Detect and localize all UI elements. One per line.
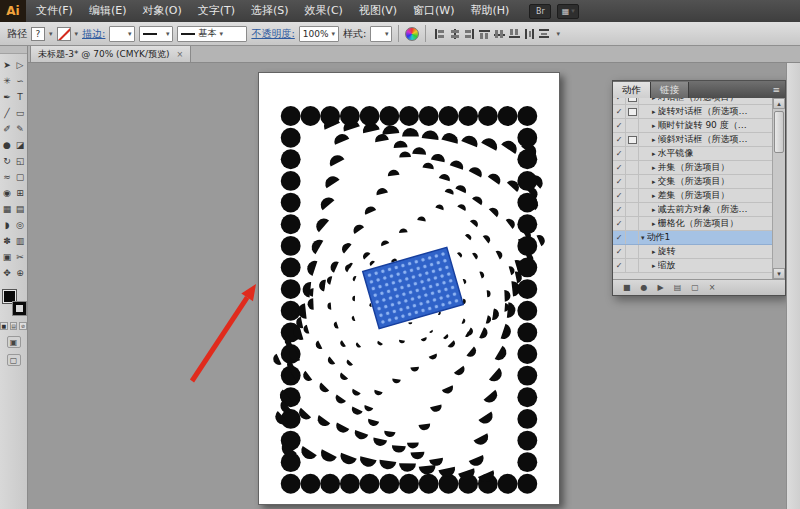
symbol-sprayer-tool[interactable]: ✽: [1, 233, 14, 249]
lasso-tool[interactable]: ∽: [14, 73, 27, 89]
blend-tool[interactable]: ◎: [14, 217, 27, 233]
action-row[interactable]: ✓▾动作1: [613, 231, 772, 245]
action-dialog-toggle[interactable]: [626, 231, 639, 244]
action-dialog-toggle[interactable]: [626, 133, 639, 146]
fill-caret-icon[interactable]: ▾: [49, 30, 53, 38]
recolor-artwork-icon[interactable]: [405, 27, 419, 41]
action-row[interactable]: ✓▸差集（所选项目）: [613, 189, 772, 203]
action-expand-icon[interactable]: ▸: [652, 122, 656, 130]
actions-scrollbar[interactable]: ▴ ▾: [772, 98, 785, 279]
action-expand-icon[interactable]: ▸: [652, 178, 656, 186]
eyedropper-tool[interactable]: ◗: [1, 217, 14, 233]
stroke-panel-link[interactable]: 描边:: [82, 27, 105, 41]
menu-item-0[interactable]: 文件(F): [28, 0, 81, 22]
align-bottom-icon[interactable]: [508, 28, 521, 40]
action-dialog-toggle[interactable]: [626, 119, 639, 132]
blue-shape-group[interactable]: [363, 247, 463, 328]
record-icon[interactable]: ●: [641, 284, 648, 292]
tab-actions[interactable]: 动作: [613, 82, 651, 98]
distribute-hcenter-icon[interactable]: [523, 28, 536, 40]
stroke-swatch[interactable]: [13, 302, 26, 315]
action-expand-icon[interactable]: ▸: [652, 150, 656, 158]
action-row[interactable]: ✓▸水平镜像: [613, 147, 772, 161]
action-expand-icon[interactable]: ▸: [652, 206, 656, 214]
action-row[interactable]: ✓▸栅格化（所选项目）: [613, 217, 772, 231]
width-tool[interactable]: ≈: [1, 169, 14, 185]
action-expand-icon[interactable]: ▸: [652, 248, 656, 256]
menu-item-8[interactable]: 帮助(H): [462, 0, 517, 22]
action-check-icon[interactable]: ✓: [613, 175, 626, 188]
action-check-icon[interactable]: ✓: [613, 203, 626, 216]
gradient-button[interactable]: ▤: [10, 322, 18, 330]
action-expand-icon[interactable]: ▸: [652, 220, 656, 228]
gradient-tool[interactable]: ▤: [14, 201, 27, 217]
pencil-tool[interactable]: ✎: [14, 121, 27, 137]
fill-color-swatch[interactable]: ?: [31, 27, 45, 41]
right-dock[interactable]: ◂◂: [786, 46, 800, 509]
action-expand-icon[interactable]: ▸: [652, 108, 656, 116]
action-check-icon[interactable]: ✓: [613, 189, 626, 202]
brush-definition-select[interactable]: 基本▾: [177, 26, 247, 42]
scroll-down-icon[interactable]: ▾: [773, 268, 785, 279]
action-expand-icon[interactable]: ▸: [652, 98, 656, 102]
magic-wand-tool[interactable]: ✳: [1, 73, 14, 89]
action-check-icon[interactable]: ✓: [613, 147, 626, 160]
menu-item-3[interactable]: 文字(T): [190, 0, 243, 22]
free-transform-tool[interactable]: ▢: [14, 169, 27, 185]
artboard[interactable]: [258, 72, 560, 505]
hand-tool[interactable]: ✥: [1, 265, 14, 281]
shape-builder-tool[interactable]: ◉: [1, 185, 14, 201]
align-right-icon[interactable]: [463, 28, 476, 40]
artboard-tool[interactable]: ▣: [1, 249, 14, 265]
column-graph-tool[interactable]: ▥: [14, 233, 27, 249]
action-row[interactable]: ✓▸减去前方对象（所选…: [613, 203, 772, 217]
none-button[interactable]: ⊘: [19, 322, 27, 330]
rectangle-tool[interactable]: ▭: [14, 105, 27, 121]
opacity-select[interactable]: 100%▾: [299, 26, 339, 42]
selection-tool[interactable]: ➤: [1, 57, 14, 73]
new-action-icon[interactable]: ▢: [691, 284, 699, 292]
action-dialog-toggle[interactable]: [626, 98, 639, 104]
stroke-color-swatch[interactable]: [57, 27, 71, 41]
action-expand-icon[interactable]: ▸: [652, 192, 656, 200]
scroll-thumb[interactable]: [774, 111, 784, 153]
menu-item-1[interactable]: 编辑(E): [81, 0, 135, 22]
action-row[interactable]: ✓▸旋转对话框（所选项…: [613, 105, 772, 119]
rotate-tool[interactable]: ↻: [1, 153, 14, 169]
type-tool[interactable]: T: [14, 89, 27, 105]
menu-item-6[interactable]: 视图(V): [351, 0, 405, 22]
action-dialog-toggle[interactable]: [626, 245, 639, 258]
scroll-up-icon[interactable]: ▴: [773, 98, 785, 109]
menu-item-2[interactable]: 对象(O): [134, 0, 189, 22]
stroke-width-select[interactable]: ▾: [109, 26, 135, 42]
action-check-icon[interactable]: ✓: [613, 245, 626, 258]
pen-tool[interactable]: ✒: [1, 89, 14, 105]
action-check-icon[interactable]: ✓: [613, 217, 626, 230]
tab-links[interactable]: 链接: [651, 82, 689, 98]
bridge-icon[interactable]: Br: [529, 4, 551, 19]
action-dialog-toggle[interactable]: [626, 175, 639, 188]
blob-brush-tool[interactable]: ●: [1, 137, 14, 153]
action-expand-icon[interactable]: ▸: [652, 164, 656, 172]
action-dialog-toggle[interactable]: [626, 105, 639, 118]
style-select[interactable]: ▾: [370, 26, 392, 42]
tab-close-icon[interactable]: ×: [177, 50, 184, 59]
action-row[interactable]: ✓▸对话框（所选项目）: [613, 98, 772, 105]
line-segment-tool[interactable]: ╱: [1, 105, 14, 121]
action-check-icon[interactable]: ✓: [613, 259, 626, 272]
action-check-icon[interactable]: ✓: [613, 105, 626, 118]
action-dialog-toggle[interactable]: [626, 259, 639, 272]
action-row[interactable]: ✓▸缩放: [613, 259, 772, 273]
direct-selection-tool[interactable]: ▷: [14, 57, 27, 73]
stop-icon[interactable]: ■: [623, 284, 631, 292]
align-top-icon[interactable]: [478, 28, 491, 40]
action-check-icon[interactable]: ✓: [613, 98, 626, 104]
align-hcenter-icon[interactable]: [448, 28, 461, 40]
action-expand-icon[interactable]: ▸: [652, 136, 656, 144]
action-check-icon[interactable]: ✓: [613, 119, 626, 132]
canvas-area[interactable]: 动作链接 ≡ ✓▸对话框（所选项目）✓▸旋转对话框（所选项…✓▸顺时针旋转 90…: [28, 63, 786, 509]
align-vmiddle-icon[interactable]: [493, 28, 506, 40]
action-row[interactable]: ✓▸倾斜对话框（所选项…: [613, 133, 772, 147]
color-button[interactable]: ■: [0, 322, 8, 330]
panel-menu-icon[interactable]: ≡: [767, 85, 785, 95]
